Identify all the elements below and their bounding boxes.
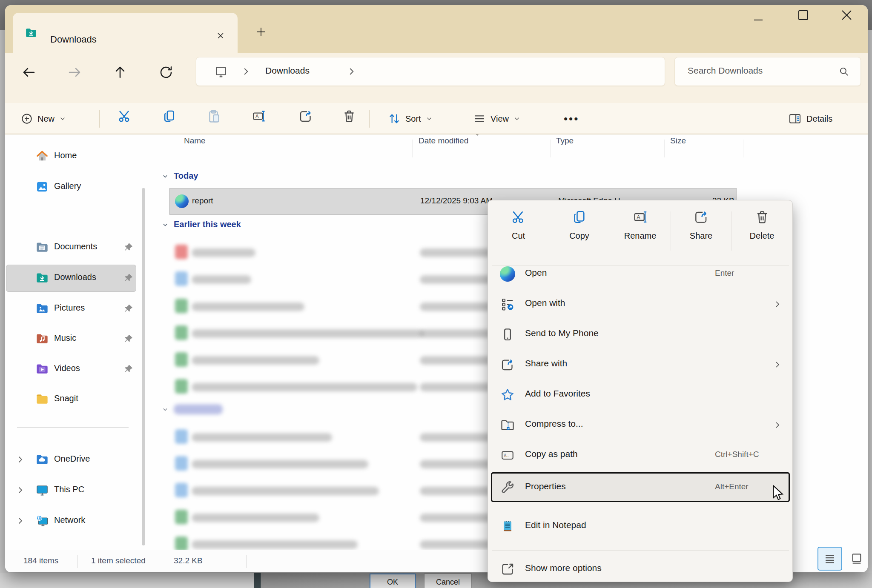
status-divider [246, 555, 247, 568]
redacted-name [192, 275, 251, 284]
edge-icon [500, 266, 515, 282]
details-pane-button[interactable]: Details [788, 106, 832, 131]
share-with-icon [500, 357, 515, 372]
breadcrumb-chevron-icon[interactable] [346, 66, 357, 77]
close-icon[interactable] [840, 10, 852, 21]
column-header-name[interactable]: Name [184, 136, 206, 160]
share-icon[interactable] [298, 108, 313, 124]
column-header-date-modified[interactable]: Date modified [419, 136, 468, 160]
column-divider[interactable] [743, 140, 743, 157]
tab-downloads[interactable]: Downloads [13, 13, 238, 53]
chevron-right-icon[interactable] [15, 516, 26, 526]
forward-icon[interactable] [67, 65, 82, 80]
sidebar-item-music[interactable]: Music [5, 326, 141, 351]
minimize-icon[interactable] [752, 14, 764, 26]
redacted-name [192, 356, 319, 365]
sidebar-item-downloads[interactable]: Downloads [5, 265, 141, 291]
group-header-redacted[interactable] [161, 404, 223, 414]
sidebar-item-this-pc[interactable]: This PC [5, 477, 141, 503]
file-name: report [192, 196, 213, 206]
maximize-icon[interactable] [797, 10, 809, 21]
sidebar-item-home[interactable]: Home [5, 143, 141, 169]
menu-item-share-with[interactable]: Share with [488, 350, 793, 380]
ok-button[interactable]: OK [370, 574, 416, 588]
submenu-chevron-icon [772, 420, 783, 430]
title-bar: Downloads [5, 5, 868, 53]
sidebar-divider [17, 427, 129, 428]
paste-icon[interactable] [207, 108, 222, 124]
menu-item-open-with[interactable]: Open with [488, 289, 793, 320]
menu-item-edit-in-notepad[interactable]: Edit in Notepad [488, 511, 793, 542]
column-divider[interactable] [550, 140, 551, 157]
view-icon [473, 112, 486, 126]
column-divider[interactable] [412, 140, 413, 157]
menu-item-label: Send to My Phone [525, 328, 599, 338]
menu-item-properties[interactable]: Properties Alt+Enter [488, 473, 793, 503]
search-icon[interactable] [838, 66, 849, 77]
home-icon [35, 149, 49, 163]
excel-file-icon [175, 379, 188, 394]
tab-close-icon[interactable] [216, 31, 225, 40]
more-options-button[interactable]: ••• [564, 106, 579, 131]
list-view-icon [823, 552, 836, 565]
menu-item-show-more-options[interactable]: Show more options [488, 554, 793, 585]
sidebar-item-videos[interactable]: Videos [5, 356, 141, 382]
column-divider[interactable] [664, 140, 665, 157]
menu-item-label: Add to Favorites [525, 388, 590, 399]
up-icon[interactable] [112, 65, 128, 80]
new-tab-icon[interactable] [255, 26, 267, 37]
cut-icon[interactable] [117, 108, 132, 124]
menu-item-label: Compress to... [525, 419, 583, 429]
sidebar-item-snagit[interactable]: Snagit [5, 386, 141, 412]
menu-item-copy-as-path[interactable]: \\.. Copy as path Ctrl+Shift+C [488, 440, 793, 471]
search-input[interactable]: Search Downloads [674, 57, 861, 86]
group-header-earlier-this-week[interactable]: Earlier this week [161, 220, 241, 229]
mouse-cursor [772, 485, 786, 502]
icons-view-toggle[interactable] [846, 547, 867, 571]
share-menu-button[interactable]: Share [671, 209, 731, 263]
menu-item-compress-to[interactable]: Compress to... [488, 410, 793, 440]
sidebar-item-gallery[interactable]: Gallery [5, 174, 141, 200]
cut-menu-button[interactable]: Cut [488, 209, 549, 263]
group-header-today[interactable]: Today [161, 171, 198, 181]
rename-menu-button[interactable]: A Rename [610, 209, 671, 263]
chevron-right-icon[interactable] [15, 454, 26, 465]
column-header-type[interactable]: Type [556, 136, 574, 160]
back-icon[interactable] [21, 65, 37, 80]
sidebar-item-network[interactable]: Network [5, 508, 141, 534]
chevron-right-icon[interactable] [15, 485, 26, 495]
sidebar-item-label: Network [54, 515, 85, 525]
excel-file-icon [175, 352, 188, 367]
sidebar-item-label: Gallery [54, 181, 81, 191]
cancel-button[interactable]: Cancel [424, 574, 472, 588]
sidebar-scrollbar[interactable] [142, 188, 145, 545]
delete-menu-button[interactable]: Delete [731, 209, 792, 263]
rename-icon[interactable]: A [251, 108, 267, 124]
sidebar-item-onedrive[interactable]: OneDrive [5, 447, 141, 472]
redacted-name [192, 329, 424, 338]
sidebar-item-documents[interactable]: Documents [5, 234, 141, 260]
view-button[interactable]: View [473, 106, 521, 131]
new-button[interactable]: New [20, 106, 66, 131]
breadcrumb-chevron-icon[interactable] [241, 66, 252, 77]
redacted-name [192, 540, 358, 549]
breadcrumb[interactable]: Downloads [265, 66, 310, 76]
music-folder-icon [35, 332, 49, 345]
delete-icon[interactable] [341, 108, 357, 124]
column-header-size[interactable]: Size [670, 136, 686, 160]
sidebar-item-pictures[interactable]: Pictures [5, 296, 141, 321]
details-view-toggle[interactable] [818, 547, 842, 571]
copy-icon[interactable] [162, 108, 177, 124]
excel-file-icon [175, 510, 188, 524]
menu-item-label: Open with [525, 298, 565, 308]
sort-button[interactable]: Sort [387, 106, 433, 131]
refresh-icon[interactable] [158, 65, 174, 80]
pin-icon [123, 242, 134, 252]
menu-item-send-to-my-phone[interactable]: Send to My Phone [488, 320, 793, 350]
redacted-name [192, 383, 417, 391]
address-bar[interactable]: Downloads [196, 57, 665, 86]
menu-item-open[interactable]: Open Enter [488, 259, 793, 289]
copy-menu-button[interactable]: Copy [549, 209, 610, 263]
pdf-file-icon [175, 245, 188, 259]
menu-item-add-to-favorites[interactable]: Add to Favorites [488, 380, 793, 410]
